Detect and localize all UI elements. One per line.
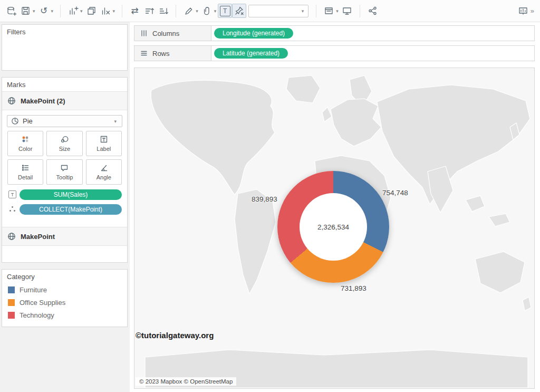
filters-title: Filters	[2, 25, 127, 39]
donut-chart[interactable]: 2,326,534	[277, 171, 389, 283]
new-data-source-icon[interactable]	[4, 4, 18, 18]
presentation-mode-icon[interactable]	[340, 4, 354, 18]
fix-axes-icon[interactable]	[232, 4, 246, 18]
undo-caret-icon[interactable]: ▾	[51, 8, 54, 14]
clear-sheet-icon[interactable]	[99, 4, 113, 18]
mark-buttons: Color Size Label Detail Tooltip Angle	[7, 131, 122, 185]
label-label: Label	[97, 146, 111, 152]
toolbar-overflow-icon[interactable]: »	[531, 7, 534, 15]
angle-icon	[100, 164, 108, 172]
legend-label: Technology	[20, 311, 54, 319]
group-members-caret-icon[interactable]: ▾	[214, 8, 217, 14]
new-worksheet-caret-icon[interactable]: ▾	[80, 8, 83, 14]
sort-ascending-icon[interactable]	[142, 4, 156, 18]
marks-layer-label: MakePoint (2)	[21, 97, 65, 105]
legend-label: Office Supplies	[20, 299, 65, 307]
group-members-icon[interactable]	[200, 4, 214, 18]
legend-item-office-supplies[interactable]: Office Supplies	[2, 296, 127, 309]
color-label: Color	[18, 146, 32, 152]
show-hide-cards-caret-icon[interactable]: ▾	[336, 8, 339, 14]
filters-card: Filters	[2, 24, 128, 71]
pill-longitude[interactable]: Longitude (generated)	[214, 28, 293, 39]
color-icon	[21, 135, 30, 144]
fit-selector-caret-icon: ▾	[302, 8, 304, 14]
category-legend-card: Category Furniture Office Supplies Techn…	[2, 269, 128, 327]
swap-rows-columns-icon[interactable]: ⇄	[128, 4, 142, 18]
toolbar-separator	[60, 5, 61, 17]
pill-latitude[interactable]: Latitude (generated)	[214, 48, 288, 59]
office-supplies-swatch	[8, 299, 15, 306]
columns-label-text: Columns	[152, 30, 179, 37]
pill-sum-sales[interactable]: SUM(Sales)	[20, 189, 122, 200]
donut-center: 2,326,534	[300, 193, 367, 261]
show-hide-cards-icon[interactable]	[322, 4, 336, 18]
rows-shelf-body[interactable]: Latitude (generated)	[211, 46, 534, 61]
marks-card: Marks MakePoint (2) Pie ▾ Color Size Lab…	[2, 77, 128, 263]
technology-swatch	[8, 312, 15, 319]
map-attribution[interactable]: © 2023 Mapbox © OpenStreetMap	[136, 377, 236, 386]
highlight-caret-icon[interactable]: ▾	[196, 8, 198, 14]
columns-icon	[140, 30, 148, 37]
globe-icon	[7, 232, 16, 241]
save-caret-icon[interactable]: ▾	[33, 8, 35, 14]
show-mark-labels-icon[interactable]: T	[218, 4, 232, 18]
legend-item-furniture[interactable]: Furniture	[2, 283, 127, 296]
detail-target-icon	[8, 205, 16, 213]
tooltip-button[interactable]: Tooltip	[46, 159, 82, 185]
label-target-icon: T	[8, 190, 16, 198]
rows-label-text: Rows	[152, 50, 170, 58]
donut-total-label: 2,326,534	[317, 223, 349, 231]
angle-button[interactable]: Angle	[86, 159, 122, 185]
label-button[interactable]: Label	[86, 131, 122, 156]
duplicate-sheet-icon[interactable]	[84, 4, 99, 18]
fit-selector[interactable]: ▾	[248, 5, 308, 17]
rows-icon	[140, 50, 148, 57]
pill-row-makepoint: COLLECT(MakePoint)	[8, 204, 122, 215]
show-me-icon[interactable]	[516, 4, 531, 18]
map-view[interactable]: 2,326,534 754,748 731,893 839,893 ©tutor…	[134, 68, 535, 389]
toolbar-separator	[360, 5, 360, 17]
columns-shelf-body[interactable]: Longitude (generated)	[211, 26, 534, 41]
size-icon	[60, 135, 69, 144]
toolbar-separator	[176, 5, 176, 17]
size-button[interactable]: Size	[46, 131, 82, 156]
label-icon	[100, 135, 108, 144]
pie-icon	[11, 117, 19, 125]
pill-row-sales: T SUM(Sales)	[8, 189, 122, 200]
toolbar-separator	[122, 5, 122, 17]
marks-layer-label: MakePoint	[21, 233, 55, 241]
clear-sheet-caret-icon[interactable]: ▾	[113, 8, 115, 14]
sort-descending-icon[interactable]	[156, 4, 170, 18]
toolbar: ▾ ↺ ▾ ▾ ▾ ⇄ ▾ ▾ T ▾ ▾	[0, 0, 540, 22]
angle-label: Angle	[97, 174, 111, 180]
slice-label-office-supplies: 731,893	[341, 284, 367, 292]
mark-type-value: Pie	[23, 117, 33, 125]
left-pane: Filters Marks MakePoint (2) Pie ▾ Color …	[0, 22, 130, 392]
size-label: Size	[59, 146, 70, 152]
undo-icon[interactable]: ↺	[37, 4, 51, 18]
tooltip-icon	[60, 164, 69, 172]
new-worksheet-icon[interactable]	[66, 4, 80, 18]
detail-label: Detail	[18, 174, 33, 180]
mark-type-caret-icon: ▾	[114, 119, 117, 124]
slice-label-furniture: 754,748	[382, 189, 408, 197]
color-button[interactable]: Color	[7, 131, 43, 156]
marks-layer-makepoint[interactable]: MakePoint	[2, 227, 127, 246]
marks-layer-makepoint-2[interactable]: MakePoint (2)	[2, 91, 127, 110]
rows-shelf[interactable]: Rows Latitude (generated)	[134, 45, 535, 61]
legend-label: Furniture	[20, 286, 47, 294]
share-icon[interactable]	[365, 4, 380, 18]
rows-shelf-label: Rows	[134, 46, 211, 61]
watermark: ©tutorialgateway.org	[136, 331, 214, 340]
save-icon[interactable]	[18, 4, 33, 18]
globe-icon	[7, 97, 16, 105]
detail-button[interactable]: Detail	[7, 159, 43, 185]
legend-item-technology[interactable]: Technology	[2, 309, 127, 321]
pill-collect-makepoint[interactable]: COLLECT(MakePoint)	[20, 204, 122, 215]
highlight-icon[interactable]	[181, 4, 196, 18]
mark-type-dropdown[interactable]: Pie ▾	[7, 115, 122, 127]
marks-title: Marks	[2, 78, 127, 91]
columns-shelf[interactable]: Columns Longitude (generated)	[134, 25, 535, 41]
marks-gap	[2, 218, 127, 227]
toolbar-separator	[316, 5, 316, 17]
